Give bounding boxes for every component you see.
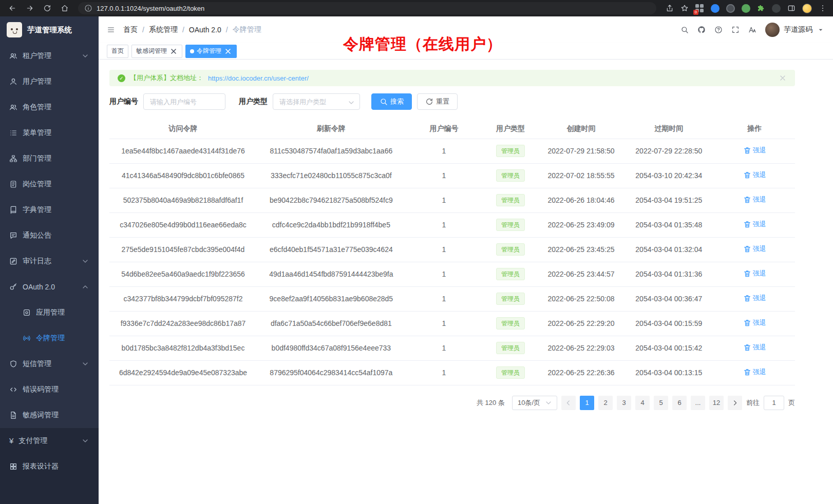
sidebar-item-audit-log[interactable]: 审计日志 <box>0 248 99 274</box>
active-tab-dot <box>190 49 194 53</box>
user-menu[interactable]: 芋道源码 <box>765 23 825 37</box>
sidebar-item-tenant[interactable]: 租户管理 <box>0 43 99 69</box>
chevron-right-icon <box>731 399 739 407</box>
extensions-puzzle-icon[interactable] <box>757 4 765 12</box>
user-type-cell: 管理员 <box>482 139 538 163</box>
force-logout-button[interactable]: 强退 <box>743 220 766 229</box>
breadcrumb-item-home[interactable]: 首页 <box>123 25 138 34</box>
font-size-icon[interactable] <box>748 26 756 34</box>
force-logout-button[interactable]: 强退 <box>743 195 766 204</box>
sidebar-item-oauth-app[interactable]: 应用管理 <box>0 300 99 325</box>
breadcrumb-separator: / <box>226 26 228 34</box>
force-logout-button[interactable]: 强退 <box>743 170 766 180</box>
user-id-cell: 1 <box>406 360 483 385</box>
close-icon[interactable] <box>169 47 178 55</box>
fullscreen-icon[interactable] <box>731 26 740 34</box>
sidebar-item-dept[interactable]: 部门管理 <box>0 146 99 171</box>
app-logo[interactable]: 芋道管理系统 <box>0 16 99 43</box>
trash-icon <box>743 368 751 376</box>
sidebar-item-dict[interactable]: 字典管理 <box>0 197 99 223</box>
extension-icon-paw[interactable] <box>772 4 781 13</box>
extension-icon-green[interactable] <box>742 4 750 13</box>
sidebar: 芋道管理系统 租户管理 用户管理 角色管理 菜单管理 部门管理 岗位管理 <box>0 16 99 504</box>
doc-link[interactable]: https://doc.iocoder.cn/user-center/ <box>208 74 309 82</box>
sidebar-item-sensitive-word[interactable]: 敏感词管理 <box>0 402 99 428</box>
refresh-token-cell: 49d1aa46d1454fbd87591444423be9fa <box>257 262 406 286</box>
sidebar-item-notice[interactable]: 通知公告 <box>0 223 99 248</box>
extension-grid-icon[interactable]: 0 <box>695 4 704 13</box>
sidebar-item-sms[interactable]: 短信管理 <box>0 351 99 377</box>
search-submit-button[interactable]: 搜索 <box>371 93 412 110</box>
force-logout-button[interactable]: 强退 <box>743 367 766 377</box>
reset-button[interactable]: 重置 <box>417 93 458 110</box>
sidebar-item-menu[interactable]: 菜单管理 <box>0 120 99 146</box>
user-type-cell: 管理员 <box>482 212 538 237</box>
page-button[interactable]: 12 <box>709 396 724 410</box>
user-icon <box>9 77 17 86</box>
breadcrumb-item-oauth[interactable]: OAuth 2.0 <box>189 26 221 34</box>
force-logout-button[interactable]: 强退 <box>743 146 766 155</box>
prev-page-button[interactable] <box>561 396 576 410</box>
page-button[interactable]: 2 <box>598 396 613 410</box>
user-type-select-input[interactable] <box>273 93 360 110</box>
token-table-body: 1ea5e44f8bc1467aaede43144f31de76 811c530… <box>109 139 795 385</box>
sidebar-collapse-button[interactable] <box>107 26 115 34</box>
action-cell: 强退 <box>714 262 795 286</box>
sidebar-item-pay[interactable]: ¥ 支付管理 <box>0 428 99 454</box>
page-more-button[interactable]: ... <box>691 396 705 410</box>
breadcrumb-item-current: 令牌管理 <box>233 25 261 34</box>
tab-sensitive-word[interactable]: 敏感词管理 <box>131 45 182 58</box>
browser-back-button[interactable] <box>8 4 16 12</box>
sidebar-item-post[interactable]: 岗位管理 <box>0 171 99 197</box>
extension-icon-dark[interactable] <box>726 4 735 13</box>
page-size-select[interactable]: 10条/页 <box>512 396 557 410</box>
user-type-select[interactable] <box>273 93 360 110</box>
force-logout-button[interactable]: 强退 <box>743 343 766 352</box>
force-logout-button[interactable]: 强退 <box>743 244 766 254</box>
action-cell: 强退 <box>714 360 795 385</box>
create-time-cell: 2022-06-25 23:45:25 <box>539 237 624 262</box>
search-icon[interactable] <box>680 26 689 34</box>
action-cell: 强退 <box>714 286 795 311</box>
browser-menu-icon[interactable] <box>819 4 827 12</box>
sidebar-item-oauth[interactable]: OAuth 2.0 <box>0 274 99 300</box>
page-button[interactable]: 6 <box>672 396 687 410</box>
force-logout-button[interactable]: 强退 <box>743 294 766 303</box>
sidebar-item-role[interactable]: 角色管理 <box>0 94 99 120</box>
force-logout-button[interactable]: 强退 <box>743 318 766 327</box>
github-icon[interactable] <box>697 26 706 34</box>
page-button[interactable]: 4 <box>635 396 650 410</box>
goto-page-input[interactable] <box>764 396 784 410</box>
sidebar-item-report-designer[interactable]: 报表设计器 <box>0 454 99 479</box>
close-icon[interactable] <box>224 47 232 55</box>
page-button[interactable]: 3 <box>617 396 631 410</box>
address-bar[interactable]: 127.0.0.1:1024/system/oauth2/token <box>78 2 656 14</box>
browser-home-button[interactable] <box>61 4 69 12</box>
tab-label: 敏感词管理 <box>136 47 167 55</box>
create-time-cell: 2022-06-25 22:50:08 <box>539 286 624 311</box>
next-page-button[interactable] <box>728 396 742 410</box>
alert-close-icon[interactable] <box>779 74 787 82</box>
sidebar-item-oauth-token[interactable]: 令牌管理 <box>0 325 99 351</box>
sidebar-item-error-code[interactable]: 错误码管理 <box>0 377 99 402</box>
help-icon[interactable] <box>714 26 723 34</box>
bookmark-star-icon[interactable] <box>680 4 689 12</box>
tab-home[interactable]: 首页 <box>107 45 128 58</box>
browser-profile-avatar[interactable] <box>802 4 812 13</box>
sidebar-item-user[interactable]: 用户管理 <box>0 69 99 94</box>
url-text[interactable]: 127.0.0.1:1024/system/oauth2/token <box>97 5 204 12</box>
tab-token[interactable]: 令牌管理 <box>185 45 237 58</box>
force-logout-button[interactable]: 强退 <box>743 269 766 278</box>
browser-reload-button[interactable] <box>43 4 51 12</box>
extension-icon-blue[interactable] <box>711 4 720 13</box>
breadcrumb-item-system[interactable]: 系统管理 <box>149 25 178 34</box>
side-panel-icon[interactable] <box>787 4 796 12</box>
browser-forward-button[interactable] <box>26 4 34 12</box>
token-table: 访问令牌 刷新令牌 用户编号 用户类型 创建时间 过期时间 操作 1ea5e44… <box>109 119 795 385</box>
user-id-input[interactable] <box>143 93 225 110</box>
share-icon[interactable] <box>666 4 674 12</box>
page-button[interactable]: 5 <box>654 396 668 410</box>
table-header-row: 访问令牌 刷新令牌 用户编号 用户类型 创建时间 过期时间 操作 <box>109 119 795 139</box>
page-button[interactable]: 1 <box>580 396 594 410</box>
site-info-icon[interactable] <box>84 4 92 12</box>
